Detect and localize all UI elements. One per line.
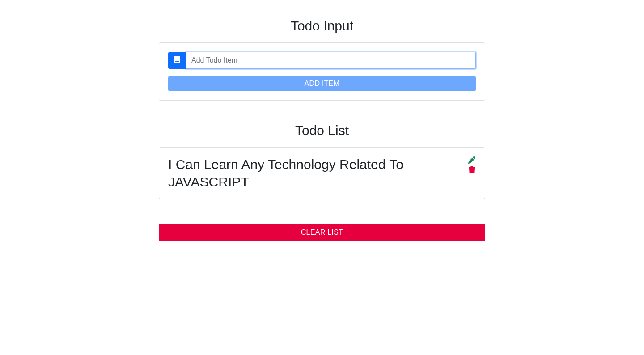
todo-input[interactable] xyxy=(186,52,476,69)
input-prepend xyxy=(168,52,186,69)
list-item-text: I Can Learn Any Technology Related To JA… xyxy=(168,156,459,190)
input-card: ADD ITEM xyxy=(159,42,485,101)
add-item-button[interactable]: ADD ITEM xyxy=(168,76,476,91)
delete-button[interactable] xyxy=(468,166,476,174)
clear-list-button[interactable]: CLEAR LIST xyxy=(159,224,485,241)
edit-button[interactable] xyxy=(468,156,476,165)
list-section-title: Todo List xyxy=(159,123,485,138)
list-item-actions xyxy=(468,156,476,174)
trash-icon xyxy=(468,166,475,175)
list-item: I Can Learn Any Technology Related To JA… xyxy=(159,147,485,199)
pencil-icon xyxy=(468,156,475,165)
book-icon xyxy=(174,56,181,65)
input-section-title: Todo Input xyxy=(159,18,485,34)
input-group xyxy=(168,52,476,69)
